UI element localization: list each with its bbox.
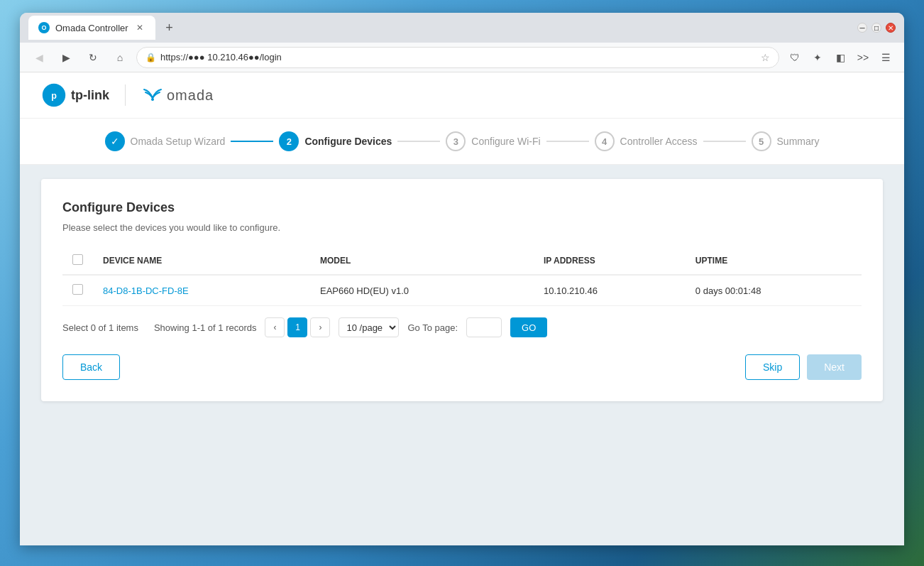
section-title: Configure Devices: [62, 200, 862, 215]
main-content: Configure Devices Please select the devi…: [41, 179, 883, 401]
new-tab-button[interactable]: +: [160, 18, 180, 38]
step-1-circle: ✓: [105, 131, 125, 151]
per-page-select[interactable]: 10 /page 20 /page 50 /page: [339, 317, 399, 337]
goto-page-input[interactable]: [466, 317, 502, 337]
step-1: ✓ Omada Setup Wizard: [105, 131, 226, 151]
omada-icon: [141, 87, 164, 104]
right-buttons: Skip Next: [745, 354, 862, 380]
step-5: 5 Summary: [752, 131, 820, 151]
go-button[interactable]: GO: [510, 317, 547, 337]
window-controls: ─ □ ✕: [857, 23, 896, 33]
row-checkbox-cell: [62, 275, 93, 306]
table-row: 84-D8-1B-DC-FD-8E EAP660 HD(EU) v1.0 10.…: [62, 275, 862, 306]
tab-favicon: O: [38, 22, 50, 33]
device-table: DEVICE NAME MODEL IP ADDRESS UPTIME 84-D…: [62, 247, 862, 306]
step-4-label: Controller Access: [620, 136, 698, 147]
extensions-icon[interactable]: ✦: [808, 48, 827, 67]
step-4-circle: 4: [595, 131, 615, 151]
row-ip: 10.10.210.46: [534, 275, 686, 306]
maximize-button[interactable]: □: [871, 23, 881, 33]
security-icon: 🔒: [145, 53, 156, 62]
tp-link-text: tp-link: [71, 88, 109, 103]
step-2-circle: 2: [279, 131, 299, 151]
step-4: 4 Controller Access: [595, 131, 698, 151]
omada-text: omada: [167, 87, 214, 104]
step-5-circle: 5: [752, 131, 771, 151]
title-bar: O Omada Controller ✕ + ─ □ ✕: [20, 13, 904, 43]
address-bar[interactable]: 🔒 https://●●● 10.210.46●●/login ☆: [136, 47, 779, 68]
nav-bar: ◀ ▶ ↻ ⌂ 🔒 https://●●● 10.210.46●●/login …: [20, 43, 904, 72]
row-model: EAP660 HD(EU) v1.0: [310, 275, 534, 306]
close-button[interactable]: ✕: [886, 23, 896, 33]
wizard-steps: ✓ Omada Setup Wizard 2 Configure Devices…: [20, 119, 904, 165]
nav-right-icons: 🛡 ✦ ◧ >> ☰: [785, 48, 896, 67]
svg-text:p: p: [51, 91, 57, 101]
table-header-device-name: DEVICE NAME: [93, 247, 310, 275]
step-connector-2: [397, 141, 440, 142]
step-3-circle: 3: [446, 131, 466, 151]
back-button[interactable]: Back: [62, 354, 120, 380]
step-2-label: Configure Devices: [304, 136, 392, 147]
section-subtitle: Please select the devices you would like…: [62, 222, 862, 233]
back-nav-button[interactable]: ◀: [28, 47, 50, 68]
goto-label: Go To page:: [407, 322, 458, 333]
step-5-label: Summary: [777, 136, 820, 147]
logo-divider: [125, 85, 126, 106]
browser-window: O Omada Controller ✕ + ─ □ ✕ ◀ ▶ ↻ ⌂ 🔒 h…: [20, 13, 904, 545]
pagination-controls: ‹ 1 ›: [265, 317, 330, 337]
page-header: p tp-link omada: [20, 72, 904, 119]
logo-container: p tp-link omada: [41, 82, 214, 108]
bookmark-icon[interactable]: ☆: [761, 52, 770, 63]
step-3-label: Configure Wi-Fi: [471, 136, 540, 147]
home-button[interactable]: ⌂: [109, 47, 131, 68]
skip-button[interactable]: Skip: [745, 354, 800, 380]
tp-link-logo: p tp-link: [41, 82, 109, 108]
shield-icon[interactable]: 🛡: [785, 48, 805, 67]
profile-icon[interactable]: ◧: [830, 48, 850, 67]
select-info: Select 0 of 1 items: [62, 322, 138, 333]
url-text: https://●●● 10.210.46●●/login: [160, 52, 757, 62]
tab-bar: O Omada Controller ✕ +: [28, 16, 846, 40]
step-2: 2 Configure Devices: [279, 131, 392, 151]
select-all-checkbox[interactable]: [72, 254, 83, 265]
browser-tab[interactable]: O Omada Controller ✕: [28, 16, 155, 40]
pagination-bar: Select 0 of 1 items Showing 1-1 of 1 rec…: [62, 317, 862, 337]
page-1-button[interactable]: 1: [287, 317, 307, 337]
table-header-model: MODEL: [310, 247, 534, 275]
table-header-checkbox: [62, 247, 93, 275]
table-header-uptime: UPTIME: [686, 247, 862, 275]
row-uptime: 0 days 00:01:48: [686, 275, 862, 306]
next-page-button[interactable]: ›: [310, 317, 330, 337]
reload-button[interactable]: ↻: [82, 47, 104, 68]
minimize-button[interactable]: ─: [857, 23, 867, 33]
tp-link-icon: p: [41, 82, 67, 108]
page-content: p tp-link omada: [20, 72, 904, 545]
step-connector-4: [703, 141, 746, 142]
more-tools-icon[interactable]: >>: [853, 48, 873, 67]
action-buttons: Back Skip Next: [62, 354, 862, 380]
tab-close-button[interactable]: ✕: [134, 22, 145, 33]
step-1-label: Omada Setup Wizard: [131, 136, 226, 147]
step-connector-3: [546, 141, 589, 142]
device-name-link[interactable]: 84-D8-1B-DC-FD-8E: [103, 285, 189, 296]
next-button[interactable]: Next: [807, 354, 862, 380]
forward-nav-button[interactable]: ▶: [55, 47, 77, 68]
step-connector-1: [231, 141, 273, 142]
omada-logo: omada: [141, 87, 214, 104]
records-info: Showing 1-1 of 1 records: [154, 322, 257, 333]
svg-point-2: [151, 98, 154, 101]
table-header-ip: IP ADDRESS: [534, 247, 686, 275]
tab-title: Omada Controller: [55, 23, 128, 33]
row-device-name: 84-D8-1B-DC-FD-8E: [93, 275, 310, 306]
step-3: 3 Configure Wi-Fi: [446, 131, 540, 151]
prev-page-button[interactable]: ‹: [265, 317, 285, 337]
row-checkbox[interactable]: [72, 284, 83, 295]
menu-icon[interactable]: ☰: [876, 48, 896, 67]
